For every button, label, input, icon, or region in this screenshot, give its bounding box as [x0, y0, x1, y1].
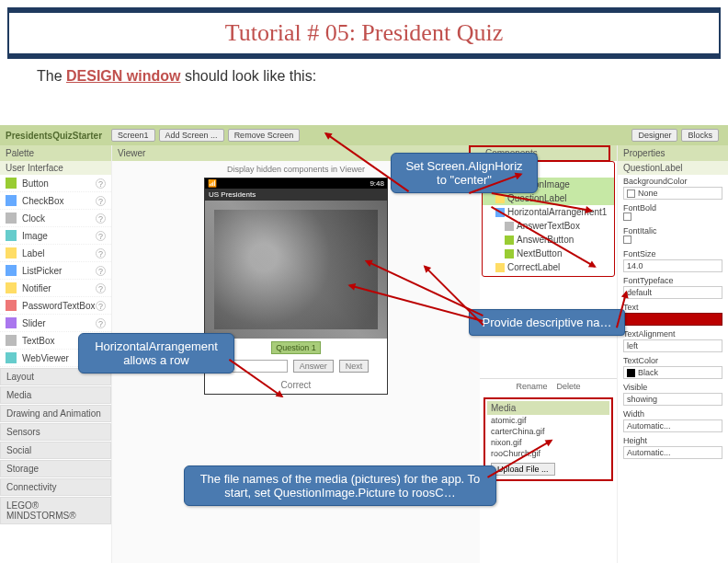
palette-label: WebViewer — [22, 353, 69, 363]
visible-value[interactable]: showing — [623, 393, 722, 406]
palette-item[interactable]: PasswordTextBox? — [0, 297, 111, 315]
tree-item[interactable]: AnswerButton — [483, 233, 614, 247]
next-button-preview[interactable]: Next — [339, 360, 370, 373]
palette-category[interactable]: Storage — [0, 460, 111, 477]
tree-item[interactable]: HorizontalArrangement1 — [483, 205, 614, 219]
designer-tab[interactable]: Designer — [631, 129, 677, 142]
app-title: US Presidents — [205, 189, 387, 201]
textbox-icon — [505, 222, 514, 231]
help-icon[interactable]: ? — [96, 178, 106, 189]
add-screen-button[interactable]: Add Screen ... — [159, 129, 224, 142]
button-icon — [6, 178, 17, 189]
webviewer-icon — [6, 352, 17, 363]
caption: The DESIGN window should look like this: — [0, 59, 728, 90]
fontitalic-checkbox[interactable] — [623, 236, 631, 244]
label-icon — [495, 194, 505, 203]
fontbold-checkbox[interactable] — [623, 213, 631, 221]
tree-label: HorizontalArrangement1 — [507, 207, 607, 217]
palette-item[interactable]: ListPicker? — [0, 262, 111, 280]
question-label: Question 1 — [271, 341, 321, 354]
palette-item[interactable]: Image? — [0, 227, 111, 245]
prop-label: TextColor — [623, 356, 722, 365]
help-icon[interactable]: ? — [96, 196, 106, 206]
properties-header: Properties — [618, 145, 728, 161]
palette-item[interactable]: Notifier? — [0, 280, 111, 297]
palette-item[interactable]: CheckBox? — [0, 192, 111, 210]
palette-category[interactable]: Media — [0, 386, 111, 404]
delete-button[interactable]: Delete — [557, 382, 581, 391]
media-file[interactable]: carterChina.gif — [487, 426, 609, 437]
layout-icon — [495, 208, 505, 217]
label-icon — [6, 247, 17, 259]
title-bar: Tutorial # 05: President Quiz — [7, 7, 721, 59]
password-icon — [6, 300, 17, 311]
phone-statusbar: 📶9:48 — [205, 178, 387, 189]
tree-label: AnswerTextBox — [517, 221, 580, 231]
palette-category[interactable]: Sensors — [0, 423, 111, 441]
typeface-value[interactable]: default — [623, 286, 722, 299]
palette-item[interactable]: Clock? — [0, 210, 111, 227]
prop-label: FontBold — [623, 203, 722, 213]
prop-value-text: None — [638, 189, 658, 198]
text-value[interactable] — [623, 313, 722, 326]
palette-item[interactable]: Label? — [0, 245, 111, 262]
media-file[interactable]: rooChurch.gif — [487, 448, 609, 459]
image-icon — [6, 230, 17, 241]
palette-category[interactable]: LEGO® MINDSTORMS® — [0, 497, 111, 524]
tree-item[interactable]: CorrectLabel — [483, 260, 614, 274]
listpicker-icon — [6, 265, 17, 276]
palette-category[interactable]: Social — [0, 442, 111, 459]
align-value[interactable]: left — [623, 339, 722, 352]
palette-category[interactable]: Drawing and Animation — [0, 405, 111, 422]
bgcolor-value[interactable]: None — [623, 187, 722, 200]
help-icon[interactable]: ? — [96, 283, 106, 293]
palette-label: PasswordTextBox — [22, 301, 95, 311]
tree-item[interactable]: AnswerTextBox — [483, 219, 614, 233]
callout-align: Set Screen.AlignHoriz to "center" — [391, 153, 538, 193]
prop-label: TextAlignment — [623, 329, 722, 339]
screen-selector[interactable]: Screen1 — [111, 129, 155, 142]
button-icon — [505, 236, 514, 245]
palette-label: Label — [22, 248, 44, 259]
help-icon[interactable]: ? — [96, 301, 106, 311]
upload-file-button[interactable]: Upload File ... — [491, 463, 555, 476]
caption-prefix: The — [37, 68, 66, 84]
slide-title: Tutorial # 05: President Quiz — [225, 19, 503, 47]
help-icon[interactable]: ? — [96, 318, 106, 328]
callout-media: The file names of the media (pictures) f… — [184, 465, 496, 506]
palette-subheader: User Interface — [0, 161, 111, 175]
title-inner: Tutorial # 05: President Quiz — [9, 13, 719, 53]
answer-button-preview[interactable]: Answer — [293, 360, 334, 373]
tree-item[interactable]: NextButton — [483, 247, 614, 260]
help-icon[interactable]: ? — [96, 248, 106, 259]
help-icon[interactable]: ? — [96, 213, 106, 224]
prop-label: Height — [623, 436, 722, 445]
prop-label: FontSize — [623, 249, 722, 259]
help-icon[interactable]: ? — [96, 266, 106, 276]
height-value[interactable]: Automatic... — [623, 446, 722, 459]
rename-button[interactable]: Rename — [516, 382, 547, 391]
prop-label: FontTypeface — [623, 276, 722, 285]
color-swatch-icon — [627, 369, 635, 377]
prop-label: Width — [623, 409, 722, 419]
media-file[interactable]: atomic.gif — [487, 415, 609, 426]
fontsize-value[interactable]: 14.0 — [623, 259, 722, 272]
app-inventor-screenshot: PresidentsQuizStarter Screen1 Add Screen… — [0, 125, 728, 563]
palette-item[interactable]: Button? — [0, 175, 111, 192]
media-file[interactable]: nixon.gif — [487, 437, 609, 448]
properties-column: Properties QuestionLabel BackgroundColor… — [618, 145, 728, 563]
remove-screen-button[interactable]: Remove Screen — [228, 129, 301, 142]
blocks-tab[interactable]: Blocks — [681, 129, 719, 142]
tree-item[interactable]: QuestionLabel — [483, 191, 614, 205]
help-icon[interactable]: ? — [96, 231, 106, 241]
textbox-icon — [6, 335, 17, 346]
checkbox-icon — [6, 195, 17, 206]
palette-category[interactable]: Connectivity — [0, 478, 111, 496]
palette-label: CheckBox — [22, 196, 64, 206]
width-value[interactable]: Automatic... — [623, 419, 722, 432]
textcolor-value[interactable]: Black — [623, 366, 722, 379]
palette-item[interactable]: Slider? — [0, 315, 111, 332]
palette-header: Palette — [0, 145, 111, 161]
media-panel: Media atomic.gif carterChina.gif nixon.g… — [483, 397, 613, 481]
properties-title: QuestionLabel — [618, 161, 728, 175]
